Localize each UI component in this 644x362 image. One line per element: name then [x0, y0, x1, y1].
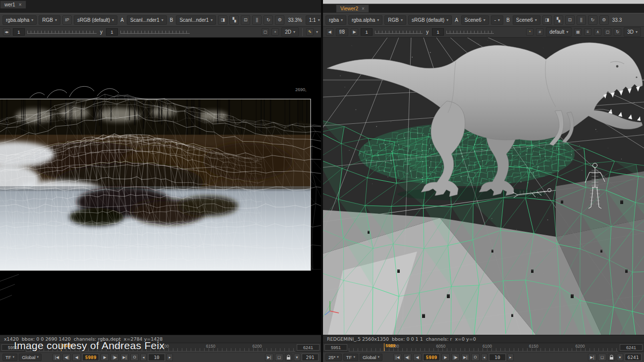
input-b-dropdown[interactable]: Scanl...nder1 ▾: [176, 15, 216, 25]
wipe-icon[interactable]: ◨: [542, 15, 552, 25]
frame-range-mode-dropdown[interactable]: Global ▾: [360, 354, 382, 361]
fstop-display[interactable]: f/8: [336, 28, 348, 36]
input-a-dropdown[interactable]: Scene6 ▾: [461, 15, 489, 25]
transport-options-dropdown[interactable]: ▾: [617, 354, 623, 361]
roi-icon[interactable]: ⊡: [241, 15, 250, 25]
wipe-icon[interactable]: ◨: [218, 15, 227, 25]
layer-dropdown[interactable]: rgba ▾: [325, 15, 346, 25]
marquee-icon[interactable]: ▢: [604, 28, 611, 36]
pause-icon[interactable]: ||: [252, 15, 262, 25]
goto-start-button[interactable]: |◀: [53, 354, 61, 361]
transport-options-dropdown[interactable]: ▾: [294, 354, 300, 361]
increment-decrease-button[interactable]: ◂: [481, 354, 487, 361]
increment-increase-button[interactable]: ▸: [507, 354, 514, 361]
gain-field[interactable]: 1: [13, 28, 25, 36]
timeline-ruler[interactable]: 600060506100615062005989: [26, 343, 295, 352]
range-start-field[interactable]: 5951: [324, 344, 347, 351]
gamma-slider[interactable]: [120, 30, 190, 35]
last-frame-field[interactable]: 6241: [625, 354, 642, 361]
input-b-dropdown[interactable]: Scene6 ▾: [513, 15, 540, 25]
goto-start-button[interactable]: |◀: [393, 354, 402, 361]
refresh-icon[interactable]: ↻: [588, 15, 597, 25]
layer-dropdown[interactable]: rgba.alpha ▾: [2, 15, 37, 25]
proxy-dropdown[interactable]: 1:1 ▾: [306, 15, 321, 25]
prev-keyframe-button[interactable]: ◀|: [403, 354, 412, 361]
range-end-field[interactable]: 6241: [620, 344, 643, 351]
refresh-icon[interactable]: ↻: [614, 28, 621, 36]
next-keyframe-button[interactable]: |▶: [110, 354, 119, 361]
range-end-field[interactable]: 6241: [297, 344, 320, 351]
tab-viewer2[interactable]: Viewer2 ×: [336, 4, 369, 12]
last-frame-field[interactable]: 291: [302, 354, 319, 361]
range-start-field[interactable]: 5951: [1, 344, 24, 351]
region-render-button[interactable]: ▢: [275, 354, 283, 361]
highlight-icon[interactable]: *: [526, 28, 534, 36]
normals-icon[interactable]: ∧: [594, 28, 601, 36]
lock-icon[interactable]: [285, 354, 292, 361]
current-frame-field[interactable]: 5989: [423, 354, 440, 361]
frame-increment-field[interactable]: 10: [148, 354, 165, 361]
prev-keyframe-button[interactable]: ◀|: [62, 354, 71, 361]
list-icon[interactable]: ≡: [584, 28, 591, 36]
tab-viewer1[interactable]: wer1 ×: [0, 0, 26, 8]
layer2-dropdown[interactable]: rgba.alpha ▾: [348, 15, 382, 25]
view-mode-dropdown[interactable]: 3D ▾: [624, 27, 641, 37]
marquee-icon[interactable]: ▢: [262, 28, 269, 36]
refresh-icon[interactable]: ↻: [264, 15, 273, 25]
zoom-level[interactable]: 33.3: [611, 17, 623, 23]
viewer2-3d-viewport[interactable]: [323, 38, 644, 335]
checkerboard-icon[interactable]: ▚: [229, 15, 239, 25]
lock-icon[interactable]: [608, 354, 615, 361]
channels-dropdown[interactable]: RGB ▾: [39, 15, 60, 25]
viewer-process-dropdown[interactable]: sRGB (default) ▾: [74, 15, 117, 25]
grid-snap-icon[interactable]: #: [536, 28, 543, 36]
pan-icon[interactable]: +: [271, 28, 279, 36]
timeline-playhead[interactable]: 5989: [61, 343, 61, 351]
pencil-icon[interactable]: ✎: [306, 28, 314, 36]
viewer1-2d-viewport[interactable]: 2690,: [0, 38, 321, 335]
roi-icon[interactable]: ⊡: [565, 15, 575, 25]
gamma-slider[interactable]: [446, 30, 494, 35]
lighting-dropdown[interactable]: default ▾: [546, 27, 572, 37]
chevron-down-icon[interactable]: ▾: [316, 30, 318, 34]
gain-slider[interactable]: [27, 30, 97, 35]
play-forward-button[interactable]: ▶: [441, 354, 450, 361]
gain-slider[interactable]: [375, 30, 423, 35]
loop-mode-button[interactable]: O: [471, 354, 480, 361]
timeline-playhead[interactable]: 5989: [384, 343, 384, 351]
gear-icon[interactable]: ⚙: [599, 15, 609, 25]
fstop-decrease-icon[interactable]: ◀: [326, 28, 333, 36]
region-render-button[interactable]: ▢: [598, 354, 606, 361]
input-a-aux-dropdown[interactable]: - ▾: [491, 15, 503, 25]
channels-dropdown[interactable]: RGB ▾: [384, 15, 406, 25]
viewer2-timeline[interactable]: 5951 600060506100615062005989 6241: [323, 343, 644, 352]
wireframe-icon[interactable]: ▦: [574, 28, 582, 36]
close-icon[interactable]: ×: [362, 6, 365, 11]
next-keyframe-button[interactable]: |▶: [451, 354, 460, 361]
gear-icon[interactable]: ⚙: [275, 15, 284, 25]
play-backward-button[interactable]: ◀: [413, 354, 422, 361]
close-icon[interactable]: ×: [19, 2, 22, 7]
loop-mode-button[interactable]: O: [130, 354, 139, 361]
pause-icon[interactable]: ||: [577, 15, 586, 25]
frame-range-mode-dropdown[interactable]: Global ▾: [19, 354, 42, 361]
input-a-dropdown[interactable]: Scanl...nder1 ▾: [127, 15, 167, 25]
tf-mode-dropdown[interactable]: TF ▾: [343, 354, 358, 361]
play-backward-button[interactable]: ◀: [72, 354, 81, 361]
gain-swap-icon[interactable]: ◂▸: [3, 28, 10, 36]
frame-increment-field[interactable]: 10: [489, 354, 506, 361]
tf-mode-dropdown[interactable]: TF ▾: [2, 354, 17, 361]
goto-end-button[interactable]: ▶|: [120, 354, 129, 361]
input-process-button[interactable]: IP: [62, 15, 72, 25]
increment-decrease-button[interactable]: ◂: [140, 354, 147, 361]
viewer1-timeline[interactable]: 5951 600060506100615062005989 6241: [0, 343, 321, 352]
flipbook-button[interactable]: ▶|: [588, 354, 596, 361]
fstop-increase-icon[interactable]: ▶: [351, 28, 358, 36]
viewer-process-dropdown[interactable]: sRGB (default) ▾: [408, 15, 452, 25]
goto-end-button[interactable]: ▶|: [461, 354, 470, 361]
gain-field[interactable]: 1: [361, 28, 373, 36]
play-forward-button[interactable]: ▶: [101, 354, 109, 361]
timeline-ruler[interactable]: 600060506100615062005989: [349, 343, 618, 352]
gamma-field[interactable]: 1: [432, 28, 444, 36]
gamma-field[interactable]: 1: [106, 28, 118, 36]
